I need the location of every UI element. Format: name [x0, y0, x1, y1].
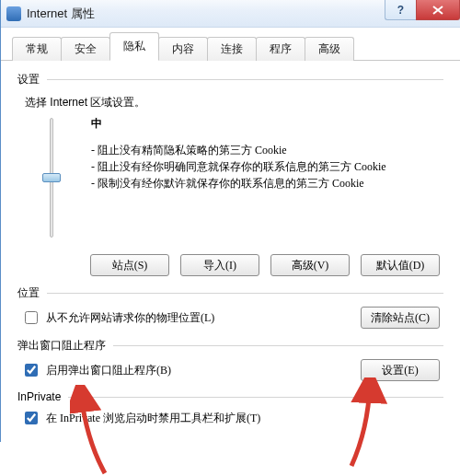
group-settings: 设置 选择 Internet 区域设置。 中 - 阻止没有精简隐私策略的第三方 … [17, 72, 443, 276]
divider [47, 79, 443, 80]
sites-button[interactable]: 站点(S) [90, 254, 169, 276]
group-inprivate: InPrivate 在 InPrivate 浏览启动时禁用工具栏和扩展(T) [17, 390, 443, 427]
titlebar: Internet 属性 ? [1, 0, 460, 28]
window-icon [6, 6, 21, 21]
advanced-button[interactable]: 高级(V) [270, 254, 350, 276]
tab-programs[interactable]: 程序 [256, 37, 305, 61]
location-checkbox-row[interactable]: 从不允许网站请求你的物理位置(L) [21, 308, 214, 327]
inprivate-checkbox-label: 在 InPrivate 浏览启动时禁用工具栏和扩展(T) [46, 411, 260, 426]
content-area: 设置 选择 Internet 区域设置。 中 - 阻止没有精简隐私策略的第三方 … [1, 61, 460, 442]
popup-settings-button[interactable]: 设置(E) [361, 359, 440, 381]
privacy-desc-3: - 限制没有经你默许就保存你的联系信息的第三方 Cookie [91, 176, 438, 191]
popup-checkbox[interactable] [25, 364, 38, 377]
tab-connections[interactable]: 连接 [207, 37, 257, 61]
popup-checkbox-label: 启用弹出窗口阻止程序(B) [46, 363, 171, 378]
group-location-title: 位置 [17, 285, 40, 301]
group-popup-title: 弹出窗口阻止程序 [17, 338, 106, 354]
close-button[interactable] [416, 0, 460, 20]
group-settings-title: 设置 [17, 72, 40, 87]
window-title: Internet 属性 [27, 6, 95, 22]
window-controls: ? [385, 0, 460, 20]
tab-privacy[interactable]: 隐私 [109, 32, 159, 61]
tabstrip: 常规 安全 隐私 内容 连接 程序 高级 [1, 28, 460, 61]
close-icon [432, 6, 443, 15]
divider [113, 345, 443, 346]
zone-text: 选择 Internet 区域设置。 [25, 95, 443, 110]
clear-sites-button[interactable]: 清除站点(C) [361, 307, 440, 329]
tab-general[interactable]: 常规 [12, 37, 62, 61]
inprivate-checkbox[interactable] [25, 412, 38, 424]
group-popup: 弹出窗口阻止程序 启用弹出窗口阻止程序(B) 设置(E) [17, 338, 443, 385]
group-location: 位置 从不允许网站请求你的物理位置(L) 清除站点(C) [17, 285, 443, 332]
defaults-button[interactable]: 默认值(D) [361, 254, 440, 276]
import-button[interactable]: 导入(I) [180, 254, 259, 276]
tab-advanced[interactable]: 高级 [305, 37, 354, 61]
location-checkbox-label: 从不允许网站请求你的物理位置(L) [46, 310, 214, 326]
privacy-desc-1: - 阻止没有精简隐私策略的第三方 Cookie [91, 143, 438, 157]
location-checkbox[interactable] [25, 311, 38, 324]
privacy-slider[interactable] [42, 118, 61, 238]
divider [47, 293, 443, 294]
tab-content[interactable]: 内容 [158, 37, 208, 61]
divider [68, 397, 443, 398]
privacy-level: 中 [91, 116, 438, 132]
privacy-desc-2: - 阻止没有经你明确同意就保存你的联系信息的第三方 Cookie [91, 159, 438, 174]
inprivate-checkbox-row[interactable]: 在 InPrivate 浏览启动时禁用工具栏和扩展(T) [21, 409, 443, 427]
popup-checkbox-row[interactable]: 启用弹出窗口阻止程序(B) [21, 361, 171, 379]
tab-security[interactable]: 安全 [61, 37, 110, 61]
help-button[interactable]: ? [385, 0, 416, 20]
group-inprivate-title: InPrivate [17, 390, 61, 403]
slider-thumb[interactable] [42, 173, 61, 182]
